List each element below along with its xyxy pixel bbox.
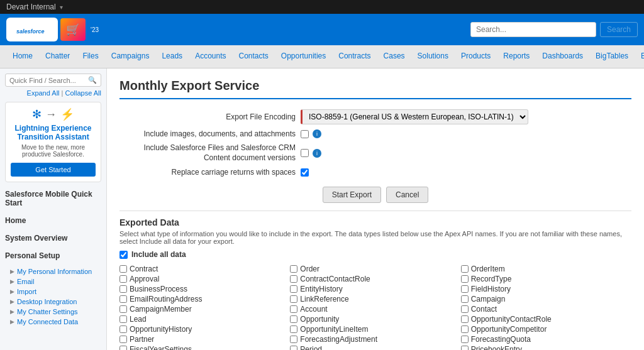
data-item: OpportunityLineItem <box>290 324 460 334</box>
data-checkbox-OpportunityContactRole[interactable] <box>461 315 469 323</box>
top-bar-dropdown-icon[interactable]: ▾ <box>60 4 63 11</box>
get-started-button[interactable]: Get Started <box>11 163 96 177</box>
data-checkbox-Contract[interactable] <box>119 265 127 273</box>
sidebar-item-personal-info[interactable]: ▶ My Personal Information <box>5 266 101 276</box>
sidebar-section-system: System Overview <box>5 231 101 245</box>
exported-data-title: Exported Data <box>119 217 631 227</box>
data-item: Lead <box>119 314 290 324</box>
include-all-checkbox[interactable] <box>119 251 128 259</box>
data-item: OpportunityHistory <box>119 324 290 334</box>
nav-item-files[interactable]: Files <box>76 45 104 68</box>
nav-item-bigtables[interactable]: BigTables <box>589 45 635 68</box>
data-checkbox-Account[interactable] <box>290 305 297 313</box>
sidebar-search-container[interactable]: 🔍 <box>5 74 101 87</box>
sf-files-info-badge[interactable]: i <box>313 149 321 158</box>
data-checkbox-Lead[interactable] <box>119 315 127 323</box>
cancel-button[interactable]: Cancel <box>386 187 428 203</box>
data-item: CampaignMember <box>119 304 290 314</box>
data-checkbox-OpportunityCompetitor[interactable] <box>461 325 469 333</box>
data-checkbox-RecordType[interactable] <box>461 275 469 283</box>
collapse-all-link[interactable]: Collapse All <box>62 89 101 97</box>
nav-item-contracts[interactable]: Contracts <box>332 45 377 68</box>
data-checkbox-EmailRoutingAddress[interactable] <box>119 295 127 303</box>
nav-item-home[interactable]: Home <box>6 45 39 68</box>
nav-item-reports[interactable]: Reports <box>497 45 536 68</box>
nav-item-opportunities[interactable]: Opportunities <box>275 45 332 68</box>
sidebar-item-chatter-settings[interactable]: ▶ My Chatter Settings <box>5 307 101 317</box>
data-item: Partner <box>119 334 290 344</box>
data-checkbox-OpportunityLineItem[interactable] <box>290 325 297 333</box>
top-bar: Devart Internal ▾ <box>0 0 644 14</box>
sidebar-item-home[interactable]: Home <box>5 214 101 227</box>
include-all-row: Include all data <box>119 250 631 259</box>
nav-item-chatter[interactable]: Chatter <box>39 45 76 68</box>
encoding-label: Export File Encoding <box>119 112 296 121</box>
sidebar-item-chatter-label: My Chatter Settings <box>17 308 78 315</box>
data-checkbox-Order[interactable] <box>290 265 297 273</box>
data-checkbox-PricebookEntry[interactable] <box>461 346 469 350</box>
sidebar-item-connected-data[interactable]: ▶ My Connected Data <box>5 317 101 327</box>
data-checkbox-BusinessProcess[interactable] <box>119 285 127 293</box>
sidebar-item-mobile-quick-start[interactable]: Salesforce Mobile Quick Start <box>5 187 101 210</box>
sidebar-item-import-label: Import <box>17 288 36 295</box>
data-checkbox-Partner[interactable] <box>119 336 127 343</box>
sidebar-section-personal: Personal Setup <box>5 249 101 263</box>
nav-item-dashboards[interactable]: Dashboards <box>536 45 589 68</box>
data-item: Account <box>290 304 460 314</box>
data-checkbox-Campaign[interactable] <box>461 295 469 303</box>
nav-item-contacts[interactable]: Contacts <box>232 45 274 68</box>
data-checkbox-Period[interactable] <box>290 346 297 350</box>
nav-item-solutions[interactable]: Solutions <box>411 45 455 68</box>
data-checkbox-Contact[interactable] <box>461 305 469 313</box>
data-checkbox-CampaignMember[interactable] <box>119 305 127 313</box>
nav-item-cases[interactable]: Cases <box>377 45 411 68</box>
sidebar-item-personal-setup[interactable]: Personal Setup <box>5 249 101 263</box>
sidebar-item-import[interactable]: ▶ Import <box>5 287 101 297</box>
exported-data-section: Exported Data Select what type of inform… <box>119 211 631 350</box>
images-control: i <box>301 129 321 138</box>
sidebar-item-system-overview[interactable]: System Overview <box>5 231 101 245</box>
form-section: Export File Encoding ISO-8859-1 (General… <box>119 109 631 177</box>
avatar-area: 🛒 <box>60 18 86 41</box>
search-button[interactable]: Search <box>600 22 638 37</box>
nav-item-accounts[interactable]: Accounts <box>189 45 232 68</box>
salesforce-logo: salesforce <box>6 18 58 41</box>
data-checkbox-ContractContactRole[interactable] <box>290 275 297 283</box>
images-info-badge[interactable]: i <box>313 129 321 138</box>
data-item: Contact <box>461 304 631 314</box>
data-checkbox-OrderItem[interactable] <box>461 265 469 273</box>
sf-files-checkbox[interactable] <box>301 149 309 157</box>
nav-item-campaigns[interactable]: Campaigns <box>105 45 156 68</box>
nav-item-products[interactable]: Products <box>455 45 497 68</box>
snowflake-icon: ✻ <box>32 107 42 121</box>
sidebar-item-desktop-integration[interactable]: ▶ Desktop Integration <box>5 297 101 307</box>
data-checkbox-FieldHistory[interactable] <box>461 285 469 293</box>
data-checkbox-LinkReference[interactable] <box>290 295 297 303</box>
expand-all-link[interactable]: Expand All <box>27 89 60 97</box>
nav-item-leads[interactable]: Leads <box>155 45 189 68</box>
data-checkbox-Opportunity[interactable] <box>290 315 297 323</box>
start-export-button[interactable]: Start Export <box>323 187 381 203</box>
chevron-icon-chatter: ▶ <box>10 309 14 315</box>
year-badge: '23 <box>91 26 99 33</box>
sidebar-banner: ✻ → ⚡ Lightning Experience Transition As… <box>5 102 101 182</box>
images-checkbox[interactable] <box>301 130 309 138</box>
search-input[interactable] <box>470 22 596 37</box>
sidebar-search-input[interactable] <box>9 77 88 84</box>
data-checkbox-Approval[interactable] <box>119 275 127 283</box>
nav-item-binarytables[interactable]: BinaryTables <box>635 45 644 68</box>
data-checkbox-ForecastingAdjustment[interactable] <box>290 336 297 343</box>
data-checkbox-ForecastingQuota[interactable] <box>461 336 469 343</box>
data-checkbox-EntityHistory[interactable] <box>290 285 297 293</box>
carriage-checkbox[interactable] <box>301 168 309 177</box>
data-checkbox-OpportunityHistory[interactable] <box>119 325 127 333</box>
encoding-select[interactable]: ISO-8859-1 (General US & Western Europea… <box>301 109 528 124</box>
sidebar-item-email[interactable]: ▶ Email <box>5 276 101 287</box>
data-checkbox-FiscalYearSettings[interactable] <box>119 346 127 350</box>
banner-title: Lightning Experience Transition Assistan… <box>11 124 96 141</box>
sidebar-section-mobile: Salesforce Mobile Quick Start <box>5 187 101 210</box>
data-columns: ContractApprovalBusinessProcessEmailRout… <box>119 264 631 350</box>
chevron-icon-desktop: ▶ <box>10 298 14 305</box>
arrow-icon: → <box>45 108 57 121</box>
chevron-icon-import: ▶ <box>10 288 14 295</box>
